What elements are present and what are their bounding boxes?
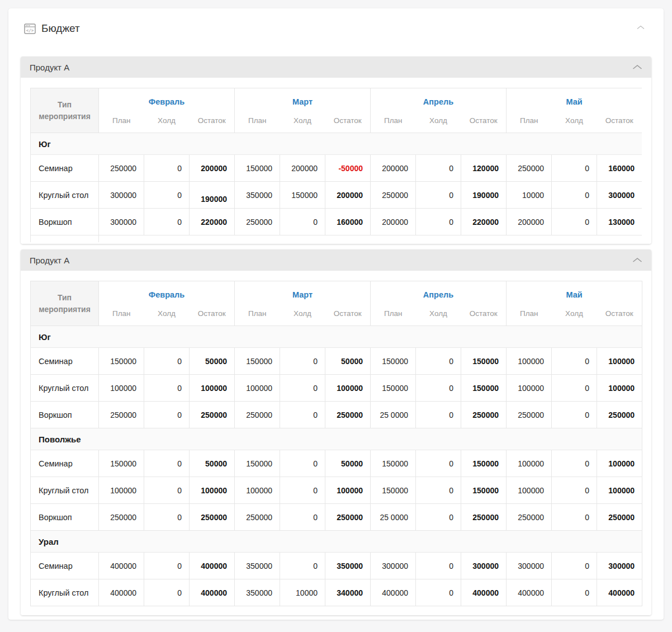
value-cell[interactable]: 160000 — [597, 155, 642, 182]
value-cell[interactable]: 100000 — [235, 477, 280, 504]
value-cell[interactable]: 0 — [416, 579, 461, 606]
value-cell[interactable]: 100000 — [507, 348, 552, 375]
value-cell[interactable]: 250000 — [99, 402, 144, 428]
value-cell[interactable]: 250000 — [597, 504, 642, 531]
value-cell[interactable]: 350000 — [235, 553, 280, 579]
value-cell[interactable]: 250000 — [190, 504, 235, 531]
value-cell[interactable]: 0 — [552, 375, 597, 402]
value-cell[interactable]: 0 — [280, 504, 325, 531]
value-cell[interactable]: 250000 — [461, 504, 507, 531]
value-cell[interactable]: 200000 — [371, 155, 416, 182]
value-cell[interactable]: 250000 — [235, 402, 280, 428]
value-cell[interactable]: 0 — [416, 182, 461, 209]
value-cell[interactable]: 0 — [416, 553, 461, 579]
value-cell[interactable]: 0 — [144, 477, 190, 504]
value-cell[interactable]: 150000 — [461, 477, 507, 504]
value-cell[interactable]: 120000 — [461, 155, 507, 182]
value-cell[interactable]: 0 — [144, 402, 190, 428]
value-cell[interactable]: 150000 — [235, 348, 280, 375]
value-cell[interactable]: 0 — [280, 450, 325, 477]
value-cell[interactable]: 250000 — [461, 402, 507, 428]
value-cell[interactable]: 250000 — [325, 402, 371, 428]
value-cell[interactable]: 250000 — [507, 155, 552, 182]
value-cell[interactable]: 400000 — [99, 579, 144, 606]
value-cell[interactable]: 100000 — [507, 450, 552, 477]
value-cell[interactable]: 100000 — [190, 477, 235, 504]
value-cell[interactable]: 0 — [552, 402, 597, 428]
value-cell[interactable]: 100000 — [325, 477, 371, 504]
value-cell[interactable]: 200000 — [507, 209, 552, 235]
value-cell[interactable]: 400000 — [507, 579, 552, 606]
value-cell[interactable]: 50000 — [190, 450, 235, 477]
section-header-bar[interactable]: Продукт А — [21, 249, 651, 271]
value-cell[interactable]: 0 — [144, 553, 190, 579]
value-cell[interactable]: 0 — [416, 375, 461, 402]
value-cell[interactable]: -50000 — [325, 155, 371, 182]
value-cell[interactable]: 160000 — [325, 209, 371, 235]
value-cell[interactable]: 190000 — [461, 182, 507, 209]
value-cell[interactable]: 150000 — [371, 477, 416, 504]
value-cell[interactable]: 250000 — [507, 402, 552, 428]
value-cell[interactable]: 100000 — [507, 477, 552, 504]
value-cell[interactable]: 0 — [144, 182, 190, 209]
value-cell[interactable]: 350000 — [235, 579, 280, 606]
value-cell[interactable]: 0 — [416, 155, 461, 182]
value-cell[interactable]: 0 — [280, 553, 325, 579]
chevron-up-icon[interactable] — [632, 64, 642, 70]
value-cell[interactable]: 100000 — [597, 348, 642, 375]
value-cell[interactable]: 10000 — [507, 182, 552, 209]
value-cell[interactable]: 250000 — [371, 182, 416, 209]
value-cell[interactable]: 0 — [280, 209, 325, 235]
value-cell[interactable]: 200000 — [280, 155, 325, 182]
value-cell[interactable]: 0 — [416, 402, 461, 428]
value-cell[interactable]: 150000 — [235, 450, 280, 477]
value-cell[interactable]: 250000 — [235, 209, 280, 235]
value-cell[interactable]: 150000 — [280, 182, 325, 209]
value-cell[interactable]: 100000 — [597, 477, 642, 504]
value-cell[interactable]: 0 — [552, 348, 597, 375]
value-cell[interactable]: 200000 — [371, 209, 416, 235]
value-cell[interactable]: 300000 — [597, 182, 642, 209]
value-cell[interactable]: 200000 — [190, 155, 235, 182]
value-cell[interactable]: 250000 — [235, 504, 280, 531]
value-cell[interactable]: 250000 — [597, 402, 642, 428]
value-cell[interactable]: 0 — [552, 504, 597, 531]
value-cell[interactable]: 400000 — [190, 579, 235, 606]
value-cell[interactable]: 0 — [416, 209, 461, 235]
value-cell[interactable]: 0 — [144, 348, 190, 375]
value-cell[interactable]: 400000 — [597, 579, 642, 606]
value-cell[interactable]: 340000 — [325, 579, 371, 606]
value-cell[interactable]: 100000 — [99, 375, 144, 402]
value-cell[interactable]: 150000 — [461, 348, 507, 375]
value-cell[interactable]: 200000 — [325, 182, 371, 209]
value-cell[interactable]: 25 0000 — [371, 504, 416, 531]
value-cell[interactable]: 0 — [416, 504, 461, 531]
value-cell[interactable]: 250000 — [99, 155, 144, 182]
value-cell[interactable]: 400000 — [190, 553, 235, 579]
value-cell[interactable]: 0 — [280, 477, 325, 504]
value-cell[interactable]: 50000 — [325, 450, 371, 477]
chevron-up-icon[interactable] — [637, 25, 645, 30]
value-cell[interactable]: 100000 — [190, 375, 235, 402]
value-cell[interactable]: 0 — [144, 209, 190, 235]
value-cell[interactable]: 250000 — [325, 504, 371, 531]
value-cell[interactable]: 100000 — [235, 375, 280, 402]
value-cell[interactable]: 150000 — [99, 348, 144, 375]
value-cell[interactable]: 150000 — [461, 375, 507, 402]
value-cell[interactable]: 0 — [552, 579, 597, 606]
value-cell[interactable]: 220000 — [461, 209, 507, 235]
value-cell[interactable]: 0 — [416, 450, 461, 477]
value-cell[interactable]: 300000 — [461, 553, 507, 579]
value-cell[interactable]: 0 — [552, 477, 597, 504]
value-cell[interactable]: 400000 — [99, 553, 144, 579]
value-cell[interactable]: 150000 — [371, 348, 416, 375]
value-cell[interactable]: 10000 — [280, 579, 325, 606]
value-cell[interactable]: 0 — [280, 375, 325, 402]
value-cell[interactable]: 150000 — [371, 375, 416, 402]
value-cell[interactable]: 100000 — [597, 375, 642, 402]
value-cell[interactable]: 300000 — [371, 553, 416, 579]
value-cell[interactable]: 300000 — [597, 553, 642, 579]
value-cell[interactable]: 0 — [552, 155, 597, 182]
value-cell[interactable]: 0 — [416, 348, 461, 375]
value-cell[interactable]: 0 — [144, 155, 190, 182]
